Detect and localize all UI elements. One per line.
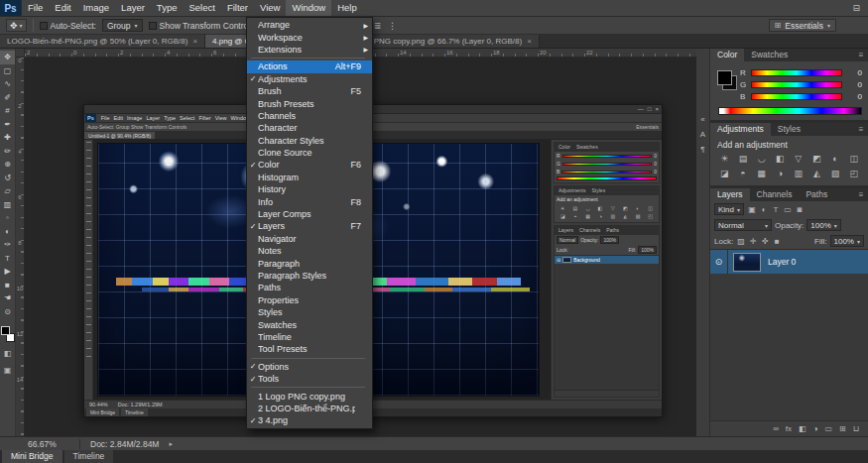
brush-tool[interactable]: ✏ [0, 145, 15, 159]
menu-item[interactable]: ✓ Options ▶ [247, 361, 372, 373]
crop-tool[interactable]: # [0, 104, 15, 118]
menu-item[interactable]: ✓ Swatches ▶ [247, 318, 372, 330]
menu-bar-item[interactable]: Help [331, 0, 363, 16]
path-selection-tool[interactable]: ▶ [0, 265, 15, 279]
menu-bar-item[interactable]: Select [183, 0, 220, 16]
arrange-documents-icon[interactable]: ⊟ [852, 3, 860, 13]
tool-preset-picker[interactable]: ✥ ▾ [6, 19, 27, 32]
menu-item[interactable]: ✓ 3 4.png ▶ [247, 414, 372, 426]
black-white-icon[interactable]: ◫ [844, 153, 863, 166]
filter-type-layers-icon[interactable]: T [771, 205, 781, 214]
marquee-tool[interactable]: ▢ [0, 64, 15, 78]
bottom-panel-tab[interactable]: Timeline [64, 450, 114, 463]
threshold-icon[interactable]: ◭ [807, 168, 826, 180]
type-tool[interactable]: T [0, 252, 15, 266]
expand-panels-icon[interactable]: « [696, 112, 710, 127]
menu-bar-item[interactable]: Image [77, 0, 115, 16]
lock-all-icon[interactable]: ■ [772, 237, 782, 246]
color-swatch-stack[interactable] [717, 70, 732, 85]
layer-thumbnail[interactable] [733, 253, 761, 272]
zoom-tool[interactable]: ⊙ [0, 305, 15, 319]
shape-tool[interactable]: ■ [0, 279, 15, 292]
lock-position-icon[interactable]: ✜ [760, 237, 770, 246]
panel-tab[interactable]: Layers [710, 188, 750, 201]
gradient-tool[interactable]: ▥ [0, 198, 15, 212]
menu-item[interactable]: ✓ Properties ▶ [247, 294, 372, 306]
new-layer-icon[interactable]: ⊞ [839, 424, 846, 433]
panel-menu-icon[interactable]: ≡ [854, 123, 868, 136]
filter-shape-layers-icon[interactable]: ▭ [783, 205, 793, 214]
close-tab-icon[interactable]: × [527, 37, 532, 46]
curves-icon[interactable]: ◡ [752, 153, 771, 166]
menu-item[interactable]: ✓ Clone Source ▶ [247, 147, 372, 159]
menu-item[interactable]: ✓ Tool Presets ▶ [247, 343, 372, 355]
menu-item[interactable]: ✓ Histogram ▶ [247, 172, 372, 183]
menu-item[interactable]: ✓ Arrange ▶ [247, 19, 372, 31]
menu-item[interactable]: ✓ Actions Alt+F9 ▶ [247, 60, 372, 72]
panel-tab[interactable]: Channels [750, 188, 800, 201]
hand-tool[interactable]: ☚ [0, 291, 15, 305]
eyedropper-tool[interactable]: ✒ [0, 118, 15, 132]
selective-color-icon[interactable]: ◰ [844, 168, 863, 180]
menu-item[interactable]: ✓ Brush Presets ▶ [247, 97, 372, 109]
menu-item[interactable]: ✓ Paragraph Styles ▶ [247, 270, 372, 282]
brightness-contrast-icon[interactable]: ☀ [715, 153, 734, 166]
levels-icon[interactable]: ▤ [734, 153, 753, 166]
layer-name[interactable]: Layer 0 [768, 257, 796, 267]
auto-select-target-dropdown[interactable]: Group ▾ [102, 19, 143, 32]
clone-stamp-tool[interactable]: ⊕ [0, 158, 15, 172]
dodge-tool[interactable]: ◐ [0, 225, 15, 239]
menu-item[interactable]: ✓ Character Styles ▶ [247, 135, 372, 147]
menu-item[interactable]: ✓ Workspace ▶ [247, 31, 372, 43]
show-transform-controls-checkbox[interactable]: Show Transform Controls [149, 21, 255, 31]
filter-smart-objects-icon[interactable]: ◙ [795, 205, 805, 214]
vibrance-icon[interactable]: ▽ [790, 153, 808, 166]
color-lookup-icon[interactable]: ▦ [752, 168, 771, 180]
menu-item[interactable]: ✓ Info F8 ▶ [247, 195, 372, 207]
auto-select-checkbox[interactable]: Auto-Select: [40, 21, 96, 31]
workspace-switcher[interactable]: ⊞ Essentials ▾ [769, 19, 836, 32]
layer-visibility-eye-icon[interactable]: ⊙ [710, 250, 728, 274]
menu-item[interactable]: ✓ Navigator ▶ [247, 233, 372, 245]
photo-filter-icon[interactable]: ◪ [715, 168, 734, 180]
distribute-vertical-icon[interactable]: ≣ [371, 21, 383, 31]
menu-item[interactable]: ✓ Tools ▶ [247, 373, 372, 385]
healing-brush-tool[interactable]: ✚ [0, 131, 15, 145]
zoom-level-field[interactable]: 66.67% [28, 439, 79, 449]
quick-mask-icon[interactable]: ◧ [4, 348, 12, 359]
menu-bar-item[interactable]: View [254, 0, 286, 16]
menu-item[interactable]: ✓ Layer Comps ▶ [247, 208, 372, 220]
menu-item[interactable]: ✓ Notes ▶ [247, 245, 372, 257]
menu-item[interactable]: ✓ History ▶ [247, 183, 372, 195]
menu-bar-item[interactable]: Window [286, 0, 331, 16]
panel-tab[interactable]: Styles [771, 123, 807, 136]
menu-bar-item[interactable]: Filter [221, 0, 254, 16]
menu-item[interactable]: ✓ Color F6 ▶ [247, 159, 372, 171]
panel-tab[interactable]: Swatches [744, 49, 795, 61]
quick-selection-tool[interactable]: ✐ [0, 91, 15, 105]
opacity-dropdown[interactable]: 100% ▾ [806, 219, 840, 231]
layer-style-fx-icon[interactable]: fx [786, 424, 792, 433]
menu-item[interactable]: ✓ Layers F7 ▶ [247, 220, 372, 232]
exposure-icon[interactable]: ◧ [771, 153, 790, 166]
blend-mode-dropdown[interactable]: Normal ▾ [714, 219, 772, 231]
lock-transparent-pixels-icon[interactable]: ▨ [736, 237, 746, 246]
document-tab[interactable]: LOGO-Biến-thể-PNG.png @ 50% (Layer 0, RG… [0, 35, 205, 48]
new-adjustment-layer-icon[interactable]: ◑ [813, 424, 818, 433]
menu-item[interactable]: ✓ 2 LOGO-Biến-thể-PNG.png ▶ [247, 403, 372, 414]
eraser-tool[interactable]: ▱ [0, 184, 15, 198]
lock-image-pixels-icon[interactable]: ✛ [748, 237, 758, 246]
hue-saturation-icon[interactable]: ◩ [807, 153, 826, 166]
channel-slider[interactable] [751, 81, 842, 88]
foreground-color-swatch[interactable] [1, 326, 10, 335]
invert-icon[interactable]: ◑ [771, 168, 790, 180]
channel-mixer-icon[interactable]: ◓ [734, 168, 753, 180]
close-tab-icon[interactable]: × [192, 37, 197, 46]
panel-tab[interactable]: Paths [799, 188, 834, 201]
filter-adjustment-layers-icon[interactable]: ◐ [759, 205, 769, 214]
menu-bar-item[interactable]: Type [151, 0, 184, 16]
filter-pixel-layers-icon[interactable]: ▣ [747, 205, 757, 214]
menu-bar-item[interactable]: File [22, 0, 49, 16]
new-group-icon[interactable]: ▭ [824, 424, 832, 433]
color-spectrum-bar[interactable] [718, 107, 862, 115]
